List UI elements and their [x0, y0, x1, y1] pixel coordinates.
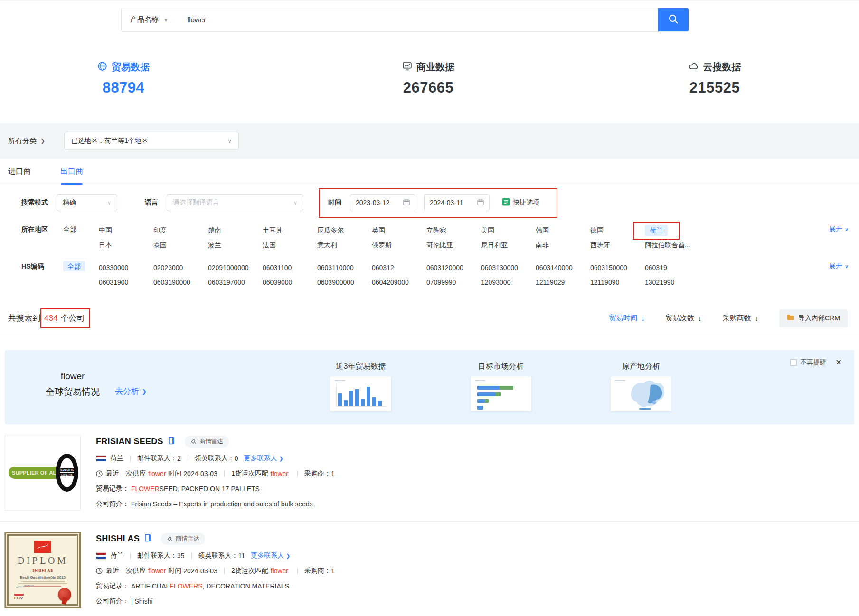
region-item[interactable]: 阿拉伯联合酋...: [645, 241, 690, 250]
hscode-item[interactable]: 00330000: [99, 264, 128, 271]
hscode-item[interactable]: 0603197000: [208, 279, 245, 286]
filter-row-hscode: HS编码 全部 00330000020230000209100000006031…: [21, 260, 859, 289]
hscode-item[interactable]: 0604209000: [372, 279, 409, 286]
hscode-item[interactable]: 0603110000: [317, 264, 354, 271]
breadcrumb[interactable]: 所有分类 ❯: [8, 137, 45, 146]
region-item[interactable]: 德国: [590, 226, 604, 235]
business-radar-tag[interactable]: 商情雷达: [185, 436, 229, 448]
search-input[interactable]: [178, 8, 658, 31]
banner-card-trade-trend[interactable]: 近3年贸易数据: [321, 362, 401, 411]
hscode-item[interactable]: 12119090: [590, 279, 619, 286]
sort-trade-time[interactable]: 贸易时间↓: [609, 314, 645, 323]
search-button[interactable]: [658, 8, 689, 31]
region-item[interactable]: 越南: [208, 226, 221, 235]
hscode-item[interactable]: 12093000: [481, 279, 510, 286]
hscode-item[interactable]: 06031900: [99, 279, 128, 286]
stat-business-data[interactable]: 商业数据 267665: [352, 61, 504, 96]
business-radar-tag[interactable]: 商情雷达: [161, 533, 205, 545]
sort-trade-count[interactable]: 贸易次数↓: [666, 314, 702, 323]
region-item[interactable]: 意大利: [317, 241, 337, 250]
date-to-input[interactable]: 2024-03-11: [424, 194, 490, 211]
region-item[interactable]: 波兰: [208, 241, 221, 250]
region-item[interactable]: 法国: [263, 241, 276, 250]
company-profile-text: Frisian Seeds – Experts in production an…: [131, 500, 313, 508]
trade-record-label: 贸易记录：: [96, 582, 129, 590]
hscode-item[interactable]: 0603120000: [426, 264, 463, 271]
search-category-select[interactable]: 产品名称 ▼: [122, 8, 178, 31]
region-item[interactable]: 立陶宛: [426, 226, 446, 235]
banner-keyword-block: flower 全球贸易情况: [32, 371, 113, 398]
stat-trade-data[interactable]: 贸易数据 88794: [47, 61, 199, 96]
region-item[interactable]: 荷兰: [645, 225, 668, 236]
region-item[interactable]: 土耳其: [263, 226, 283, 235]
hscode-item[interactable]: 0603190000: [153, 279, 190, 286]
hscode-item[interactable]: 02091000000: [208, 264, 249, 271]
more-contacts-link[interactable]: 更多联系人❯: [244, 454, 283, 463]
banner-card-origin-analysis[interactable]: 原产地分析: [601, 362, 681, 411]
mini-bar-chart: [336, 384, 387, 407]
arrow-down-icon: ↓: [642, 314, 645, 322]
time-label: 时间: [328, 198, 341, 207]
go-analyze-link[interactable]: 去分析❯: [115, 386, 147, 397]
company-logo[interactable]: SUPPLIER OF ALL SEEDS FLOWER BLEND EXPER…: [5, 435, 81, 511]
hscode-item[interactable]: 06031100: [263, 264, 292, 271]
region-item[interactable]: 印度: [153, 226, 167, 235]
hscode-item[interactable]: 060312: [372, 264, 394, 271]
company-card-shishi-as: DIPLOM SHISHI AS Eesti Gasellettevõte 20…: [0, 521, 859, 616]
date-from-input[interactable]: 2023-03-12: [350, 194, 415, 211]
hscode-item[interactable]: 0603130000: [481, 264, 518, 271]
linkedin-contacts-label: 领英联系人：: [198, 551, 238, 560]
region-item[interactable]: 美国: [481, 226, 494, 235]
logo-ring: FLOWER BLEND EXPERTS: [56, 454, 78, 492]
region-item[interactable]: 泰国: [153, 241, 167, 250]
region-all-chip[interactable]: 全部: [63, 223, 99, 252]
quick-options-button[interactable]: 快捷选项: [502, 198, 539, 207]
results-count-prefix: 共搜索到: [8, 313, 40, 324]
hscode-item[interactable]: 060319: [645, 264, 667, 271]
supply-keyword: flower: [148, 567, 166, 575]
company-badge-icon[interactable]: [144, 534, 151, 544]
selected-region-dropdown[interactable]: 已选地区：荷兰等1个地区 ∨: [64, 132, 239, 150]
stat-cloud-search-data[interactable]: 云搜数据 215525: [639, 61, 791, 96]
import-crm-button[interactable]: 导入内部CRM: [779, 309, 848, 327]
company-badge-icon[interactable]: [168, 437, 175, 447]
radar-icon: [190, 438, 197, 446]
language-select[interactable]: 请选择翻译语言 ∨: [167, 194, 303, 211]
company-name[interactable]: SHISHI AS: [96, 534, 140, 544]
region-item[interactable]: 哥伦比亚: [426, 241, 453, 250]
hscode-expand-link[interactable]: 展开∨: [829, 262, 849, 271]
search-mode-select[interactable]: 精确 ∨: [57, 194, 117, 211]
hscode-all-chip[interactable]: 全部: [63, 260, 99, 289]
more-contacts-link[interactable]: 更多联系人❯: [251, 551, 290, 560]
region-item[interactable]: 西班牙: [590, 241, 610, 250]
hscode-item[interactable]: 0603140000: [536, 264, 573, 271]
company-logo[interactable]: DIPLOM SHISHI AS Eesti Gasellettevõte 20…: [5, 532, 81, 608]
close-icon[interactable]: ✕: [836, 358, 842, 367]
region-item[interactable]: 尼日利亚: [481, 241, 508, 250]
region-item[interactable]: 俄罗斯: [372, 241, 392, 250]
region-item[interactable]: 日本: [99, 241, 112, 250]
region-item[interactable]: 中国: [99, 226, 112, 235]
cloud-icon: [689, 61, 699, 74]
hscode-item[interactable]: 13021990: [645, 279, 674, 286]
search-category-label: 产品名称: [130, 15, 159, 24]
region-item[interactable]: 韩国: [536, 226, 549, 235]
hscode-item[interactable]: 0603150000: [590, 264, 627, 271]
mini-hbar-chart: [477, 386, 525, 410]
sort-buyer-count[interactable]: 采购商数↓: [723, 314, 759, 323]
dismiss-checkbox[interactable]: [790, 359, 797, 366]
region-item[interactable]: 厄瓜多尔: [317, 226, 344, 235]
tab-importer[interactable]: 进口商: [8, 159, 31, 185]
hscode-item[interactable]: 12119029: [536, 279, 565, 286]
region-item[interactable]: 南非: [536, 241, 549, 250]
banner-card-target-market[interactable]: 目标市场分析: [461, 362, 541, 411]
region-expand-link[interactable]: 展开∨: [829, 225, 849, 233]
region-item[interactable]: 英国: [372, 226, 385, 235]
tab-exporter[interactable]: 出口商: [60, 159, 83, 185]
hscode-item[interactable]: 06039000: [263, 279, 292, 286]
hscode-item[interactable]: 02023000: [153, 264, 183, 271]
hscode-item[interactable]: 0603900000: [317, 279, 354, 286]
company-name[interactable]: FRISIAN SEEDS: [96, 437, 163, 447]
hscode-item[interactable]: 07099990: [426, 279, 456, 286]
filter-row-region: 所在地区 全部 中国印度越南土耳其厄瓜多尔英国立陶宛美国韩国德国荷兰 日本泰国波…: [21, 223, 859, 252]
